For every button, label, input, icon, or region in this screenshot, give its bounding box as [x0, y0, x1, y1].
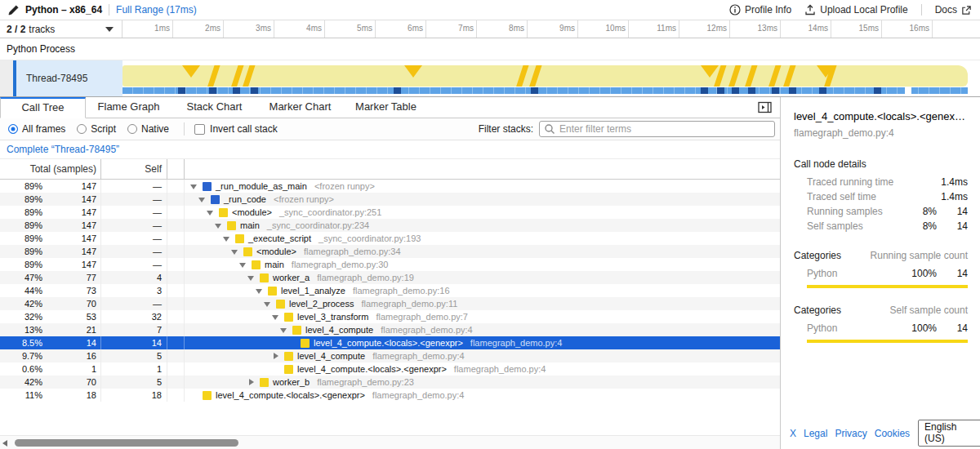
frame-name: level_4_compute: [297, 349, 365, 362]
table-row[interactable]: 42%70—level_2_processflamegraph_demo.py:…: [0, 297, 780, 310]
scroll-left-arrow-icon[interactable]: [2, 440, 7, 447]
upload-profile-button[interactable]: Upload Local Profile: [804, 4, 907, 16]
radio-native[interactable]: Native: [127, 123, 169, 135]
sample-segment-dark: [394, 87, 401, 94]
table-row[interactable]: 8.5%1414level_4_compute.<locals>.<genexp…: [0, 336, 780, 349]
main-split: Call TreeFlame GraphStack ChartMarker Ch…: [0, 97, 980, 449]
ruler-tick: 1ms: [122, 20, 173, 38]
track-canvas[interactable]: [122, 60, 968, 96]
ruler-tick: 5ms: [325, 20, 376, 38]
timeline-marker-slash[interactable]: [782, 65, 796, 87]
timeline-marker-slash[interactable]: [767, 65, 782, 87]
filter-input[interactable]: [539, 121, 775, 137]
collapse-icon[interactable]: [238, 260, 252, 269]
sidebar-detail-row: Self samples8%14: [781, 219, 980, 233]
footer-link-privacy[interactable]: Privacy: [835, 428, 866, 439]
edit-pencil-icon[interactable]: [8, 5, 19, 16]
collapse-icon[interactable]: [213, 221, 227, 229]
table-row[interactable]: 89%147—<module>_sync_coordinator.py:251: [0, 206, 780, 219]
collapse-icon[interactable]: [205, 208, 219, 216]
tab-marker-table[interactable]: Marker Table: [343, 97, 429, 118]
tab-stack-chart[interactable]: Stack Chart: [172, 97, 257, 118]
table-row[interactable]: 44%733level_1_analyzeflamegraph_demo.py:…: [0, 284, 780, 297]
collapse-icon[interactable]: [197, 195, 211, 203]
frame-category-icon: [260, 378, 269, 387]
collapse-icon[interactable]: [262, 300, 276, 308]
timeline-marker-triangle[interactable]: [404, 65, 422, 78]
sample-segment-dark: [178, 87, 185, 94]
column-header-self[interactable]: Self: [101, 159, 167, 179]
timeline-marker-slash[interactable]: [514, 65, 529, 87]
table-row[interactable]: 32%5332level_3_transformflamegraph_demo.…: [0, 310, 780, 323]
tracks-dropdown[interactable]: 2 / 2 tracks: [0, 20, 122, 38]
collapse-icon[interactable]: [278, 326, 292, 334]
table-row[interactable]: 89%147—mainflamegraph_demo.py:30: [0, 258, 780, 271]
horizontal-scrollbar[interactable]: [0, 435, 780, 449]
radio-icon: [127, 124, 137, 134]
table-row[interactable]: 89%147—_run_module_as_main<frozen runpy>: [0, 180, 780, 193]
info-icon: [729, 4, 741, 16]
thread-label-cell[interactable]: Thread-78495: [16, 60, 122, 96]
ruler-tick: 9ms: [528, 20, 578, 38]
frame-location: flamegraph_demo.py:11: [362, 297, 458, 310]
timeline-marker-slash[interactable]: [206, 65, 220, 87]
tab-flame-graph[interactable]: Flame Graph: [86, 97, 172, 118]
sample-segment-dark: [819, 87, 826, 94]
radio-all-frames[interactable]: All frames: [8, 123, 65, 135]
timeline-marker-slash[interactable]: [229, 65, 244, 87]
sidebar-category-section: CategoriesSelf sample countPython100%14: [781, 305, 980, 343]
table-row[interactable]: 47%774worker_aflamegraph_demo.py:19: [0, 271, 780, 284]
frame-category-icon: [252, 260, 261, 269]
table-row[interactable]: 42%705worker_bflamegraph_demo.py:23: [0, 376, 780, 389]
breadcrumb-root[interactable]: Complete “Thread-78495”: [7, 144, 119, 155]
frame-category-icon: [219, 208, 228, 217]
table-row[interactable]: 13%217level_4_computeflamegraph_demo.py:…: [0, 323, 780, 336]
table-row[interactable]: 9.7%165level_4_computeflamegraph_demo.py…: [0, 349, 780, 362]
timeline-marker-slash[interactable]: [727, 65, 742, 87]
collapse-icon[interactable]: [246, 273, 260, 282]
timeline-marker-slash[interactable]: [528, 65, 542, 87]
table-row[interactable]: 89%147—_run_code<frozen runpy>: [0, 193, 780, 206]
footer-link-cookies[interactable]: Cookies: [875, 428, 910, 439]
process-track-header[interactable]: Python Process: [0, 38, 980, 60]
table-row[interactable]: 0.6%11level_4_compute.<locals>.<genexpr>…: [0, 362, 780, 376]
timeline-marker-triangle[interactable]: [701, 65, 719, 78]
collapse-icon[interactable]: [229, 247, 243, 256]
collapse-icon[interactable]: [254, 287, 268, 295]
tracks-label: tracks: [29, 24, 55, 35]
column-header-total[interactable]: Total (samples): [0, 159, 101, 179]
invert-call-stack-checkbox[interactable]: Invert call stack: [194, 123, 278, 135]
expand-icon[interactable]: [270, 353, 284, 359]
timeline-marker-slash[interactable]: [241, 65, 256, 87]
profile-info-button[interactable]: Profile Info: [729, 4, 791, 16]
scrollbar-thumb[interactable]: [15, 439, 238, 447]
sidebar-toggle-button[interactable]: [758, 101, 772, 113]
radio-icon: [8, 124, 18, 134]
language-select[interactable]: English (US): [918, 420, 980, 447]
sidebar-details: Traced running time1.4msTraced self time…: [781, 175, 980, 233]
thread-track[interactable]: Thread-78495: [0, 60, 980, 97]
radio-script[interactable]: Script: [77, 123, 116, 135]
expand-icon[interactable]: [246, 379, 260, 385]
collapse-icon[interactable]: [189, 182, 203, 190]
table-row[interactable]: 89%147—<module>flamegraph_demo.py:34: [0, 245, 780, 258]
collapse-icon[interactable]: [270, 313, 284, 321]
tab-call-tree[interactable]: Call Tree: [0, 97, 86, 118]
tab-marker-chart[interactable]: Marker Chart: [257, 97, 343, 118]
timeline-marker-triangle[interactable]: [182, 65, 200, 78]
frame-location: flamegraph_demo.py:30: [292, 258, 389, 271]
settings-row: All framesScriptNative Invert call stack…: [0, 118, 780, 140]
footer-link-x[interactable]: X: [790, 428, 796, 439]
sample-segment-dark: [732, 87, 739, 94]
full-range-link[interactable]: Full Range (17ms): [116, 4, 197, 16]
sidebar-detail-row: Running samples8%14: [781, 204, 980, 219]
table-row[interactable]: 89%147—_execute_script_sync_coordinator.…: [0, 232, 780, 245]
frame-category-icon: [284, 313, 293, 322]
timeline-marker-slash[interactable]: [743, 65, 758, 87]
footer-link-legal[interactable]: Legal: [804, 428, 827, 439]
docs-button[interactable]: Docs: [935, 4, 972, 16]
collapse-icon[interactable]: [221, 234, 235, 242]
ruler-tick: 12ms: [679, 20, 730, 38]
table-row[interactable]: 89%147—main_sync_coordinator.py:234: [0, 219, 780, 232]
table-row[interactable]: 11%1818level_4_compute.<locals>.<genexpr…: [0, 389, 780, 402]
